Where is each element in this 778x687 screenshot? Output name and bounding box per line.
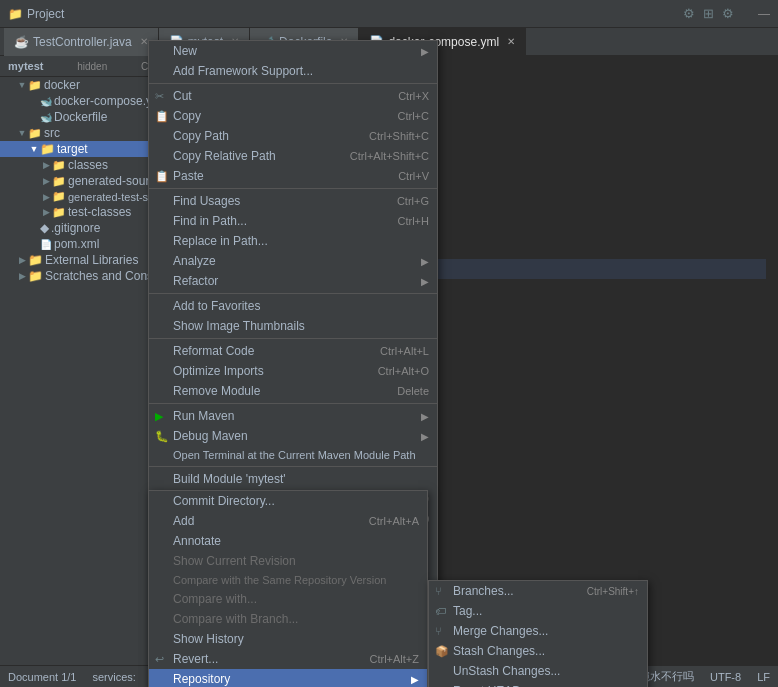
cut-label: Cut (173, 89, 192, 103)
menu-item-image-thumbnails[interactable]: Show Image Thumbnails (149, 316, 437, 336)
menu-item-copy[interactable]: 📋 Copy Ctrl+C (149, 106, 437, 126)
menu-item-add-favorites[interactable]: Add to Favorites (149, 296, 437, 316)
copy-rel-shortcut: Ctrl+Alt+Shift+C (350, 150, 429, 162)
repository-label: Repository (173, 672, 230, 686)
folder-icon: 📁 (28, 269, 43, 283)
menu-item-new[interactable]: New ▶ (149, 41, 437, 61)
build-label: Build Module 'mytest' (173, 472, 286, 486)
folder-icon: 📁 (52, 175, 66, 188)
git-menu-repository[interactable]: Repository ▶ (149, 669, 427, 687)
repo-menu-stash[interactable]: 📦 Stash Changes... (429, 641, 647, 661)
refactor-label: Refactor (173, 274, 218, 288)
commit-dir-label: Commit Directory... (173, 494, 275, 508)
arrow-icon: ▶ (421, 46, 429, 57)
git-menu-commit-dir[interactable]: Commit Directory... (149, 491, 427, 511)
repo-menu-merge[interactable]: ⑂ Merge Changes... (429, 621, 647, 641)
git-menu-revert[interactable]: ↩ Revert... Ctrl+Alt+Z (149, 649, 427, 669)
compare-branch-label: Compare with Branch... (173, 612, 298, 626)
expand-arrow: ▶ (40, 192, 52, 202)
annotate-label: Annotate (173, 534, 221, 548)
add-favorites-label: Add to Favorites (173, 299, 260, 313)
expand-arrow: ▶ (40, 160, 52, 170)
repo-menu-tag[interactable]: 🏷 Tag... (429, 601, 647, 621)
menu-item-paste[interactable]: 📋 Paste Ctrl+V (149, 166, 437, 186)
title-bar: 📁 Project ⚙ ⊞ ⚙ — (0, 0, 778, 28)
line-ending: LF (757, 671, 770, 683)
menu-item-analyze[interactable]: Analyze ▶ (149, 251, 437, 271)
layout-icon[interactable]: ⊞ (703, 6, 714, 21)
compare-same-label: Compare with the Same Repository Version (173, 574, 386, 586)
repo-menu-reset-head[interactable]: ↩ Reset HEAD... (429, 681, 647, 687)
expand-arrow: ▶ (16, 255, 28, 265)
expand-arrow: ▶ (16, 271, 28, 281)
repo-menu-branches[interactable]: ⑂ Branches... Ctrl+Shift+↑ (429, 581, 647, 601)
tab-testcontroller[interactable]: ☕ TestController.java ✕ (4, 28, 159, 56)
menu-item-refactor[interactable]: Refactor ▶ (149, 271, 437, 291)
repo-submenu[interactable]: ⑂ Branches... Ctrl+Shift+↑ 🏷 Tag... ⑂ Me… (428, 580, 648, 687)
file-icon: ◆ (40, 221, 49, 235)
copy-label: Copy (173, 109, 201, 123)
git-menu-add[interactable]: Add Ctrl+Alt+A (149, 511, 427, 531)
terminal-label: Open Terminal at the Current Maven Modul… (173, 449, 416, 461)
revert-label: Revert... (173, 652, 218, 666)
analyze-label: Analyze (173, 254, 216, 268)
document-position: Document 1/1 (8, 671, 76, 683)
add-label: Add (173, 514, 194, 528)
merge-icon: ⑂ (435, 625, 442, 637)
run-maven-label: Run Maven (173, 409, 234, 423)
find-in-path-label: Find in Path... (173, 214, 247, 228)
menu-item-copy-relative-path[interactable]: Copy Relative Path Ctrl+Alt+Shift+C (149, 146, 437, 166)
git-menu-annotate[interactable]: Annotate (149, 531, 427, 551)
debug-icon: 🐛 (155, 430, 169, 443)
paste-icon: 📋 (155, 170, 169, 183)
git-menu-show-history[interactable]: Show History (149, 629, 427, 649)
expand-arrow: ▼ (16, 80, 28, 90)
divider-4 (149, 338, 437, 339)
menu-item-copy-path[interactable]: Copy Path Ctrl+Shift+C (149, 126, 437, 146)
close-tab-icon[interactable]: ✕ (140, 36, 148, 47)
expand-arrow: ▶ (40, 207, 52, 217)
branches-label: Branches... (453, 584, 514, 598)
encoding: UTF-8 (710, 671, 741, 683)
folder-icon: 📁 (40, 142, 55, 156)
menu-item-run-maven[interactable]: ▶ Run Maven ▶ (149, 406, 437, 426)
close-tab-icon[interactable]: ✕ (507, 36, 515, 47)
copy-rel-path-label: Copy Relative Path (173, 149, 276, 163)
menu-item-open-terminal-maven[interactable]: Open Terminal at the Current Maven Modul… (149, 446, 437, 464)
arrow-icon: ▶ (421, 276, 429, 287)
file-icon: 🐋 (40, 96, 52, 107)
menu-item-build-module[interactable]: Build Module 'mytest' (149, 469, 437, 489)
cut-shortcut: Ctrl+X (398, 90, 429, 102)
git-menu-compare-same: Compare with the Same Repository Version (149, 571, 427, 589)
copy-icon: 📋 (155, 110, 169, 123)
menu-item-debug-maven[interactable]: 🐛 Debug Maven ▶ (149, 426, 437, 446)
menu-item-replace-in-path[interactable]: Replace in Path... (149, 231, 437, 251)
menu-item-framework[interactable]: Add Framework Support... (149, 61, 437, 81)
new-label: New (173, 44, 197, 58)
menu-item-find-usages[interactable]: Find Usages Ctrl+G (149, 191, 437, 211)
git-menu-compare-branch: Compare with Branch... (149, 609, 427, 629)
settings-icon[interactable]: ⚙ (683, 6, 695, 21)
git-submenu[interactable]: Commit Directory... Add Ctrl+Alt+A Annot… (148, 490, 428, 687)
menu-item-remove-module[interactable]: Remove Module Delete (149, 381, 437, 401)
repo-menu-unstash[interactable]: UnStash Changes... (429, 661, 647, 681)
expand-arrow: ▶ (40, 176, 52, 186)
menu-item-reformat[interactable]: Reformat Code Ctrl+Alt+L (149, 341, 437, 361)
show-revision-label: Show Current Revision (173, 554, 296, 568)
copy-shortcut: Ctrl+C (398, 110, 429, 122)
framework-label: Add Framework Support... (173, 64, 313, 78)
divider-1 (149, 83, 437, 84)
menu-item-optimize[interactable]: Optimize Imports Ctrl+Alt+O (149, 361, 437, 381)
file-icon: 📄 (40, 239, 52, 250)
folder-icon: 📁 (52, 190, 66, 203)
divider-2 (149, 188, 437, 189)
menu-item-find-in-path[interactable]: Find in Path... Ctrl+H (149, 211, 437, 231)
show-history-label: Show History (173, 632, 244, 646)
cut-icon: ✂ (155, 90, 164, 103)
menu-item-cut[interactable]: ✂ Cut Ctrl+X (149, 86, 437, 106)
replace-label: Replace in Path... (173, 234, 268, 248)
project-label: mytest (8, 60, 43, 72)
gear-icon[interactable]: ⚙ (722, 6, 734, 21)
paste-shortcut: Ctrl+V (398, 170, 429, 182)
revert-icon: ↩ (155, 653, 164, 666)
